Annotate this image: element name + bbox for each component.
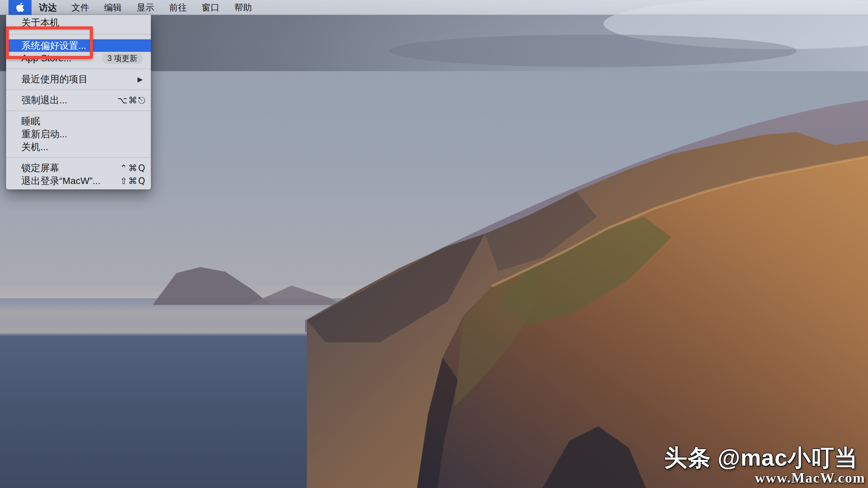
watermark: 头条 @mac小叮当 www.MacW.com (664, 446, 858, 487)
menubar-item-window[interactable]: 窗口 (194, 0, 227, 15)
menu-separator (6, 65, 151, 73)
menu-item-recent-items[interactable]: 最近使用的项目 ▶ (6, 73, 151, 86)
menu-item-label: 睡眠 (21, 115, 40, 128)
menu-item-label: 关机... (21, 141, 48, 154)
apple-logo-icon (16, 2, 24, 13)
menu-item-sleep[interactable]: 睡眠 (6, 115, 151, 128)
watermark-site-url: www.MacW.com (664, 470, 865, 486)
menubar-item-view[interactable]: 显示 (129, 0, 162, 15)
menu-item-label: 锁定屏幕 (21, 162, 59, 175)
menu-item-label: 重新启动... (21, 128, 67, 141)
menu-item-shut-down[interactable]: 关机... (6, 141, 151, 154)
keyboard-shortcut: ⌥⌘⎋ (117, 95, 146, 106)
menu-item-log-out[interactable]: 退出登录“MacW”... ⇧⌘Q (6, 175, 151, 187)
menubar-item-finder[interactable]: 访达 (32, 0, 64, 15)
menubar-item-help[interactable]: 帮助 (227, 0, 259, 15)
menu-separator (6, 107, 151, 115)
menu-item-label: 最近使用的项目 (21, 73, 88, 86)
watermark-author: 头条 @mac小叮当 (664, 446, 858, 470)
menubar-item-edit[interactable]: 编辑 (97, 0, 129, 15)
menu-item-force-quit[interactable]: 强制退出... ⌥⌘⎋ (6, 94, 151, 107)
menu-separator (6, 86, 151, 94)
menubar-item-go[interactable]: 前往 (162, 0, 194, 15)
menu-item-label: 退出登录“MacW”... (21, 175, 100, 187)
menu-bar: 访达 文件 编辑 显示 前往 窗口 帮助 (0, 0, 868, 15)
annotation-highlight-box (6, 26, 93, 59)
submenu-arrow-icon: ▶ (138, 75, 143, 83)
menu-separator (6, 154, 151, 162)
update-count-badge: 3 项更新 (102, 53, 143, 64)
menu-item-label: 强制退出... (21, 94, 67, 107)
keyboard-shortcut: ⌃⌘Q (120, 163, 146, 173)
menu-item-lock-screen[interactable]: 锁定屏幕 ⌃⌘Q (6, 162, 151, 175)
menu-item-restart[interactable]: 重新启动... (6, 128, 151, 141)
menubar-item-file[interactable]: 文件 (64, 0, 97, 15)
apple-menu-button[interactable] (8, 0, 32, 15)
keyboard-shortcut: ⇧⌘Q (120, 176, 146, 186)
